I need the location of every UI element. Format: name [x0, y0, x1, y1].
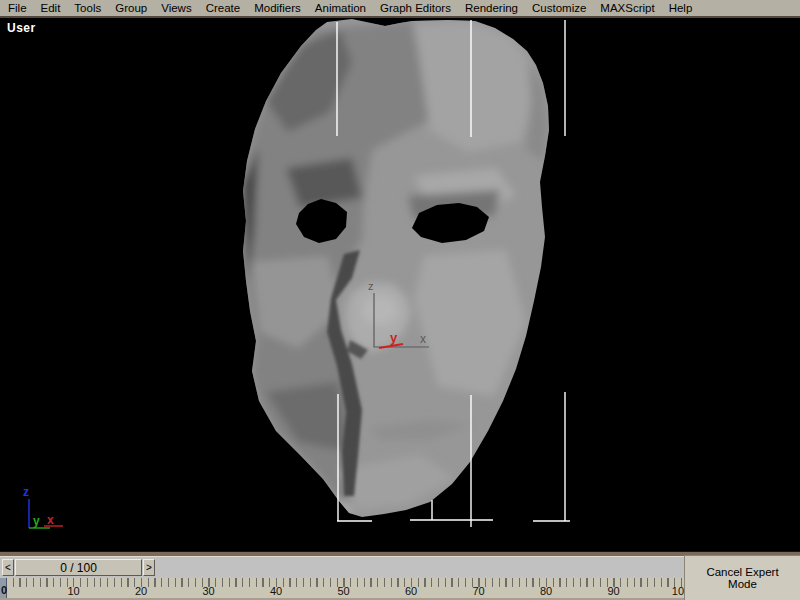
menu-item-maxscript[interactable]: MAXScript [593, 2, 661, 14]
timeline-area: < 0 / 100 > 0 10 20 30 40 50 60 70 80 90… [0, 551, 800, 600]
ruler-label-70: 70 [472, 585, 484, 597]
menu-item-file[interactable]: File [1, 2, 34, 14]
world-z-label: z [23, 485, 29, 499]
ruler-label-80: 80 [540, 585, 552, 597]
menu-item-tools[interactable]: Tools [67, 2, 108, 14]
gizmo-y-label: y [390, 330, 398, 345]
ruler-label-0: 0 [1, 584, 7, 596]
world-axis-tripod: z y x [23, 485, 63, 528]
menu-item-animation[interactable]: Animation [308, 2, 373, 14]
next-frame-button[interactable]: > [143, 559, 155, 576]
time-slider-row: < 0 / 100 > [0, 557, 800, 578]
ruler-label-60: 60 [405, 585, 417, 597]
ruler-label-10: 10 [67, 585, 79, 597]
menu-item-views[interactable]: Views [154, 2, 198, 14]
menu-bar: File Edit Tools Group Views Create Modif… [0, 0, 800, 18]
viewport-name-label[interactable]: User [7, 21, 36, 35]
menu-item-edit[interactable]: Edit [34, 2, 68, 14]
menu-item-create[interactable]: Create [199, 2, 248, 14]
ruler-label-90: 90 [607, 585, 619, 597]
menu-item-help[interactable]: Help [662, 2, 700, 14]
gizmo-x-label: x [420, 332, 426, 346]
track-bar[interactable]: 0 10 20 30 40 50 60 70 80 90 100 [0, 578, 800, 598]
menu-item-rendering[interactable]: Rendering [458, 2, 525, 14]
ruler-label-30: 30 [202, 585, 214, 597]
menu-item-modifiers[interactable]: Modifiers [247, 2, 308, 14]
ruler-label-50: 50 [337, 585, 349, 597]
world-x-label: x [47, 513, 54, 527]
ruler-label-20: 20 [135, 585, 147, 597]
viewport-3d-scene: z x y z y x [0, 0, 800, 600]
gizmo-z-label: z [368, 280, 374, 292]
menu-item-graph-editors[interactable]: Graph Editors [373, 2, 458, 14]
world-y-label: y [33, 514, 40, 528]
time-slider[interactable]: 0 / 100 [15, 559, 142, 576]
ruler-label-40: 40 [270, 585, 282, 597]
cancel-expert-mode-button[interactable]: Cancel Expert Mode [684, 555, 800, 600]
menu-item-customize[interactable]: Customize [525, 2, 593, 14]
3ds-max-window: User [0, 0, 800, 600]
face-mask-model[interactable] [243, 19, 549, 517]
previous-frame-button[interactable]: < [2, 559, 14, 576]
menu-item-group[interactable]: Group [108, 2, 154, 14]
